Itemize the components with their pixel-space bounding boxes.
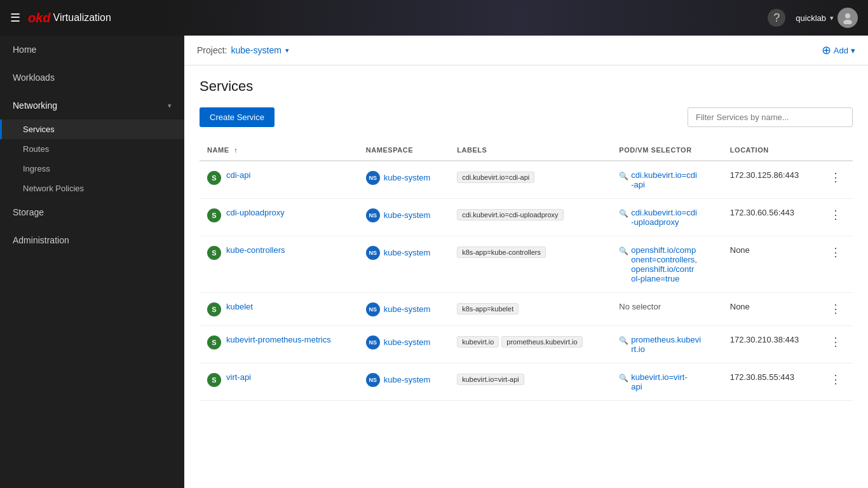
cell-namespace: NS kube-system xyxy=(358,236,450,293)
row-menu-button[interactable]: ⋮ xyxy=(826,372,845,387)
sidebar-item-administration[interactable]: Administration xyxy=(0,226,184,254)
namespace-link[interactable]: kube-system xyxy=(384,375,431,384)
filter-input[interactable] xyxy=(688,107,853,127)
cell-location: 172.30.210.38:443 xyxy=(722,326,818,363)
row-menu-button[interactable]: ⋮ xyxy=(826,207,845,222)
selector-link[interactable]: 🔍 cdi.kubevirt.io=cdi-uploadproxy xyxy=(619,208,714,227)
selector-text: cdi.kubevirt.io=cdi-api xyxy=(631,170,697,189)
table-row: S cdi-api NS kube-system cdi.kubevirt.io… xyxy=(200,161,853,199)
label-tag: cdi.kubevirt.io=cdi-api xyxy=(457,172,534,183)
labels-cell: kubevirt.ioprometheus.kubevirt.io xyxy=(457,335,604,349)
sidebar-item-ingress[interactable]: Ingress xyxy=(0,159,184,179)
cell-actions: ⋮ xyxy=(818,326,853,363)
topnav-right: ? quicklab ▾ xyxy=(768,8,858,28)
namespace-link[interactable]: kube-system xyxy=(384,210,431,220)
sidebar: Home Workloads Networking ▾ Services Rou… xyxy=(0,36,184,488)
add-chevron-icon: ▾ xyxy=(851,46,855,55)
cell-name: S virt-api xyxy=(200,363,358,401)
service-icon: S xyxy=(207,336,221,349)
selector-link[interactable]: 🔍 prometheus.kubevirt.io xyxy=(619,335,714,354)
cell-selector: 🔍 prometheus.kubevirt.io xyxy=(611,326,722,363)
label-tag: k8s-app=kube-controllers xyxy=(457,247,546,258)
service-icon: S xyxy=(207,171,221,185)
namespace-cell: NS kube-system xyxy=(366,372,442,387)
sidebar-storage-label: Storage xyxy=(13,207,44,217)
namespace-icon: NS xyxy=(366,208,380,222)
row-menu-button[interactable]: ⋮ xyxy=(826,170,845,185)
service-name-cell: S cdi-api xyxy=(207,170,351,185)
cell-selector: No selector xyxy=(611,293,722,326)
label-tag: cdi.kubevirt.io=cdi-uploadproxy xyxy=(457,209,563,220)
brand: okd Virtualization xyxy=(28,11,111,25)
labels-cell: cdi.kubevirt.io=cdi-api xyxy=(457,170,604,184)
sidebar-item-network-policies[interactable]: Network Policies xyxy=(0,179,184,198)
add-plus-icon: ⊕ xyxy=(822,43,831,57)
selector-link[interactable]: 🔍 cdi.kubevirt.io=cdi-api xyxy=(619,170,714,189)
cell-labels: kubevirt.io=virt-api xyxy=(449,363,611,401)
cell-namespace: NS kube-system xyxy=(358,326,450,363)
service-name-link[interactable]: kubelet xyxy=(226,302,253,311)
sidebar-section-storage[interactable]: Storage xyxy=(0,198,184,226)
labels-cell: k8s-app=kube-controllers xyxy=(457,245,604,259)
row-menu-button[interactable]: ⋮ xyxy=(826,245,845,260)
namespace-link[interactable]: kube-system xyxy=(384,173,431,182)
namespace-icon: NS xyxy=(366,336,380,349)
sidebar-section-networking[interactable]: Networking ▾ xyxy=(0,92,184,119)
cell-selector: 🔍 cdi.kubevirt.io=cdi-api xyxy=(611,161,722,199)
namespace-cell: NS kube-system xyxy=(366,208,442,222)
sidebar-item-services[interactable]: Services xyxy=(0,119,184,139)
namespace-link[interactable]: kube-system xyxy=(384,304,431,314)
sidebar-item-routes[interactable]: Routes xyxy=(0,139,184,159)
service-name-link[interactable]: kubevirt-prometheus-metrics xyxy=(226,335,331,344)
namespace-link[interactable]: kube-system xyxy=(384,248,431,257)
user-menu[interactable]: quicklab ▾ xyxy=(796,8,858,28)
avatar xyxy=(837,8,858,28)
selector-text: prometheus.kubevirt.io xyxy=(631,335,701,354)
col-labels: LABELS xyxy=(449,140,611,161)
service-name-link[interactable]: virt-api xyxy=(226,372,251,382)
namespace-link[interactable]: kube-system xyxy=(384,337,431,347)
add-button[interactable]: ⊕ Add ▾ xyxy=(822,43,855,57)
row-menu-button[interactable]: ⋮ xyxy=(826,334,845,349)
labels-cell: cdi.kubevirt.io=cdi-uploadproxy xyxy=(457,208,604,222)
cell-namespace: NS kube-system xyxy=(358,161,450,199)
search-icon: 🔍 xyxy=(619,209,628,218)
add-label: Add xyxy=(834,46,848,55)
selector-link[interactable]: 🔍 kubevirt.io=virt-api xyxy=(619,372,714,391)
toolbar: Create Service xyxy=(200,107,853,127)
cell-name: S kubelet xyxy=(200,293,358,326)
create-service-button[interactable]: Create Service xyxy=(200,107,275,127)
table-header: NAME ↑ NAMESPACE LABELS POD/VM SELECTOR … xyxy=(200,140,853,161)
service-icon: S xyxy=(207,246,221,260)
help-button[interactable]: ? xyxy=(768,9,785,27)
menu-icon[interactable]: ☰ xyxy=(10,11,20,25)
service-icon: S xyxy=(207,208,221,222)
service-name-link[interactable]: cdi-api xyxy=(226,170,250,180)
user-chevron-icon: ▾ xyxy=(830,14,834,22)
row-menu-button[interactable]: ⋮ xyxy=(826,301,845,316)
col-selector: POD/VM SELECTOR xyxy=(611,140,722,161)
cell-name: S kubevirt-prometheus-metrics xyxy=(200,326,358,363)
cell-name: S kube-controllers xyxy=(200,236,358,293)
project-chevron-icon[interactable]: ▾ xyxy=(285,46,289,55)
cell-selector: 🔍 cdi.kubevirt.io=cdi-uploadproxy xyxy=(611,199,722,236)
col-actions xyxy=(818,140,853,161)
sidebar-item-home[interactable]: Home xyxy=(0,36,184,64)
project-name[interactable]: kube-system xyxy=(231,45,281,55)
service-name-link[interactable]: kube-controllers xyxy=(226,245,285,255)
cell-location: 172.30.85.55:443 xyxy=(722,363,818,401)
services-table: NAME ↑ NAMESPACE LABELS POD/VM SELECTOR … xyxy=(200,140,853,401)
cell-labels: cdi.kubevirt.io=cdi-uploadproxy xyxy=(449,199,611,236)
networking-chevron-icon: ▾ xyxy=(168,102,172,110)
main: Project: kube-system ▾ ⊕ Add ▾ Services … xyxy=(184,36,868,488)
col-name[interactable]: NAME ↑ xyxy=(200,140,358,161)
search-icon: 🔍 xyxy=(619,172,628,180)
selector-link[interactable]: 🔍 openshift.io/component=controllers,ope… xyxy=(619,245,714,283)
service-name-cell: S cdi-uploadproxy xyxy=(207,208,351,222)
layout: Home Workloads Networking ▾ Services Rou… xyxy=(0,36,868,488)
selector-text: cdi.kubevirt.io=cdi-uploadproxy xyxy=(631,208,697,227)
sidebar-section-workloads[interactable]: Workloads xyxy=(0,64,184,92)
service-name-link[interactable]: cdi-uploadproxy xyxy=(226,208,285,217)
col-location: LOCATION xyxy=(722,140,818,161)
service-name-cell: S kube-controllers xyxy=(207,245,351,260)
